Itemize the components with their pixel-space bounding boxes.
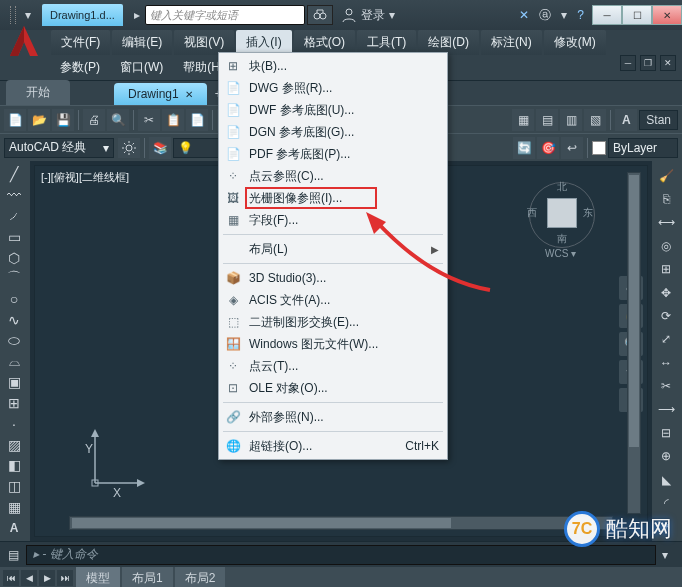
menu-modify[interactable]: 修改(M) xyxy=(544,30,606,55)
point-icon[interactable]: · xyxy=(2,414,26,433)
file-tab[interactable]: Drawing1.d... xyxy=(42,4,123,26)
layerstate-icon[interactable]: 🔄 xyxy=(513,137,535,159)
rect-icon[interactable]: ▭ xyxy=(2,227,26,246)
menu-item[interactable]: 📄PDF 参考底图(P)... xyxy=(219,143,447,165)
hatch-icon[interactable]: ▨ xyxy=(2,435,26,454)
color-swatch[interactable] xyxy=(592,141,606,155)
paste-icon[interactable]: 📄 xyxy=(186,109,208,131)
layout-tab-2[interactable]: 布局2 xyxy=(175,567,226,588)
workspace-combo[interactable]: AutoCAD 经典 ▾ xyxy=(4,138,114,158)
minimize-button[interactable]: ─ xyxy=(592,5,622,25)
chamfer-icon[interactable]: ◣ xyxy=(654,469,678,490)
xline-icon[interactable]: ⟋ xyxy=(2,207,26,226)
textstyle-chip[interactable]: Stan xyxy=(639,110,678,130)
plot-icon[interactable]: 🖨 xyxy=(83,109,105,131)
line-icon[interactable]: ╱ xyxy=(2,165,26,184)
file-tab-dropdown-icon[interactable]: ▸ xyxy=(129,7,145,23)
layerprev-icon[interactable]: ↩ xyxy=(561,137,583,159)
viewcube-south[interactable]: 南 xyxy=(557,232,567,246)
trim-icon[interactable]: ✂ xyxy=(654,375,678,396)
arc-icon[interactable]: ⌒ xyxy=(2,269,26,288)
ellipse-icon[interactable]: ⬭ xyxy=(2,331,26,350)
menu-file[interactable]: 文件(F) xyxy=(51,30,110,55)
textstyle-icon[interactable]: A xyxy=(615,109,637,131)
viewcube-north[interactable]: 北 xyxy=(557,180,567,194)
layout-prev-icon[interactable]: ◀ xyxy=(21,570,37,586)
workspace-settings-button[interactable] xyxy=(118,138,140,158)
menu-item[interactable]: ⊞块(B)... xyxy=(219,55,447,77)
login-label[interactable]: 登录 xyxy=(361,7,385,24)
table-icon[interactable]: ▦ xyxy=(2,498,26,517)
help-dropdown-icon[interactable]: ▾ xyxy=(561,8,567,22)
menu-item[interactable]: ⊡OLE 对象(O)... xyxy=(219,377,447,399)
open-icon[interactable]: 📂 xyxy=(28,109,50,131)
stretch-icon[interactable]: ↔ xyxy=(654,352,678,373)
array-icon[interactable]: ⊞ xyxy=(654,259,678,280)
menu-dimension[interactable]: 标注(N) xyxy=(481,30,542,55)
vertical-scrollbar[interactable] xyxy=(627,172,641,514)
preview-icon[interactable]: 🔍 xyxy=(107,109,129,131)
maximize-button[interactable]: ☐ xyxy=(622,5,652,25)
search-input[interactable]: 键入关键字或短语 xyxy=(145,5,305,25)
viewcube[interactable]: 北 南 东 西 WCS ▾ xyxy=(517,172,607,262)
menu-edit[interactable]: 编辑(E) xyxy=(112,30,172,55)
doc-restore-button[interactable]: ❐ xyxy=(640,55,656,71)
app-logo[interactable] xyxy=(4,22,44,62)
gradient-icon[interactable]: ◧ xyxy=(2,456,26,475)
login-dropdown-icon[interactable]: ▾ xyxy=(389,8,395,22)
exchange-icon[interactable]: ✕ xyxy=(519,8,529,22)
scale-icon[interactable]: ⤢ xyxy=(654,329,678,350)
menu-item[interactable]: 📄DWG 参照(R)... xyxy=(219,77,447,99)
viewport-label[interactable]: [-][俯视][二维线框] xyxy=(41,170,129,185)
menu-item[interactable]: ⁘点云参照(C)... xyxy=(219,165,447,187)
text-icon[interactable]: A xyxy=(2,518,26,537)
region-icon[interactable]: ◫ xyxy=(2,477,26,496)
ellipsearc-icon[interactable]: ⌓ xyxy=(2,352,26,371)
layer-icon-1[interactable]: ▦ xyxy=(512,109,534,131)
menu-item[interactable]: 🌐超链接(O)...Ctrl+K xyxy=(219,435,447,457)
fillet-icon[interactable]: ◜ xyxy=(654,492,678,513)
layer-icon-3[interactable]: ▥ xyxy=(560,109,582,131)
menu-parametric[interactable]: 参数(P) xyxy=(50,55,110,80)
layer-icon-4[interactable]: ▧ xyxy=(584,109,606,131)
mirror-icon[interactable]: ⟷ xyxy=(654,212,678,233)
menu-item[interactable]: 🔗外部参照(N)... xyxy=(219,406,447,428)
menu-item[interactable]: 🖼光栅图像参照(I)... xyxy=(219,187,447,209)
help-icon[interactable]: ? xyxy=(577,8,584,22)
join-icon[interactable]: ⊕ xyxy=(654,446,678,467)
polyline-icon[interactable]: 〰 xyxy=(2,186,26,205)
copy-icon[interactable]: 📋 xyxy=(162,109,184,131)
new-icon[interactable]: 📄 xyxy=(4,109,26,131)
polygon-icon[interactable]: ⬡ xyxy=(2,248,26,267)
command-input[interactable]: ▸ - 键入命令 xyxy=(26,545,656,565)
menu-item[interactable]: 布局(L)▶ xyxy=(219,238,447,260)
extend-icon[interactable]: ⟶ xyxy=(654,399,678,420)
copy-icon[interactable]: ⎘ xyxy=(654,188,678,209)
qat-dropdown-icon[interactable]: ▾ xyxy=(20,7,36,23)
layermgr-icon[interactable]: 📚 xyxy=(149,137,171,159)
menu-window[interactable]: 窗口(W) xyxy=(110,55,173,80)
viewcube-west[interactable]: 西 xyxy=(527,206,537,220)
menu-item[interactable]: ⬚二进制图形交换(E)... xyxy=(219,311,447,333)
rotate-icon[interactable]: ⟳ xyxy=(654,305,678,326)
horizontal-scrollbar[interactable] xyxy=(69,516,613,530)
menu-item[interactable]: ⁘点云(T)... xyxy=(219,355,447,377)
explode-icon[interactable]: ✶ xyxy=(654,516,678,537)
a360-icon[interactable]: ⓐ xyxy=(539,7,551,24)
menu-item[interactable]: 📄DGN 参考底图(G)... xyxy=(219,121,447,143)
tab-start[interactable]: 开始 xyxy=(6,80,70,105)
erase-icon[interactable]: 🧹 xyxy=(654,165,678,186)
tab-drawing1[interactable]: Drawing1 ✕ xyxy=(114,83,207,105)
command-history-icon[interactable]: ▤ xyxy=(4,546,22,564)
layout-tab-model[interactable]: 模型 xyxy=(76,567,120,588)
layer-icon-2[interactable]: ▤ xyxy=(536,109,558,131)
search-button[interactable] xyxy=(307,5,333,25)
command-recent-icon[interactable]: ▾ xyxy=(656,546,674,564)
cut-icon[interactable]: ✂ xyxy=(138,109,160,131)
menu-item[interactable]: ◈ACIS 文件(A)... xyxy=(219,289,447,311)
layout-last-icon[interactable]: ⏭ xyxy=(57,570,73,586)
layout-next-icon[interactable]: ▶ xyxy=(39,570,55,586)
viewcube-wcs[interactable]: WCS ▾ xyxy=(545,248,576,259)
viewcube-east[interactable]: 东 xyxy=(583,206,593,220)
menu-item[interactable]: 📄DWF 参考底图(U)... xyxy=(219,99,447,121)
